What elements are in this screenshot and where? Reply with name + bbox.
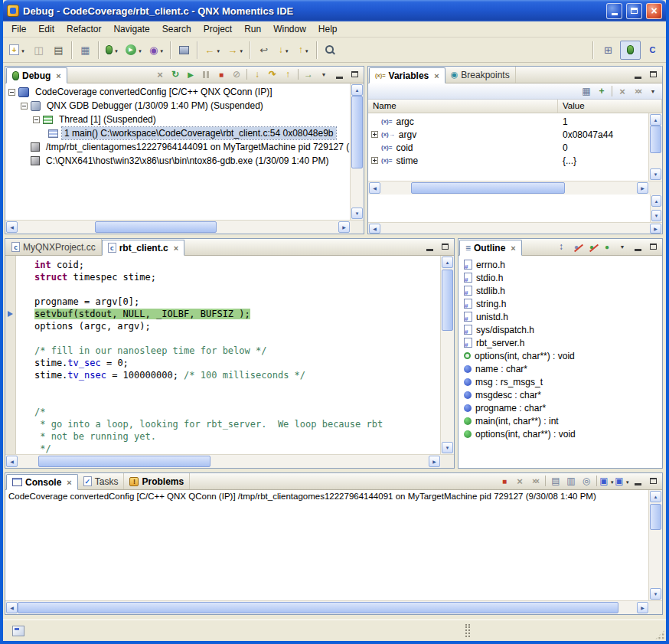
debug-tree-item-launch[interactable]: CodeCoverage convertedConfig [C/C++ QNX … [5, 85, 350, 99]
scroll-right-icon[interactable] [637, 602, 648, 613]
next-annotation-button[interactable] [274, 41, 293, 60]
scrollbar-thumb[interactable] [411, 182, 565, 194]
scroll-lock-button[interactable] [564, 474, 578, 488]
column-name[interactable]: Name [368, 100, 558, 113]
scroll-left-icon[interactable] [6, 221, 18, 233]
maximize-view-button[interactable] [438, 240, 452, 253]
minimize-view-button[interactable] [332, 67, 346, 81]
maximize-view-button[interactable] [646, 67, 660, 81]
code-line[interactable]: stime.tv_sec = 0; [34, 357, 440, 369]
scrollbar-thumb[interactable] [650, 126, 661, 153]
maximize-view-button[interactable] [646, 240, 660, 253]
menu-edit[interactable]: Edit [32, 22, 60, 36]
close-tab-icon[interactable] [432, 70, 439, 81]
debug-horizontal-scrollbar[interactable] [5, 220, 364, 234]
scroll-right-icon[interactable] [429, 456, 440, 467]
scrollbar-thumb[interactable] [38, 456, 211, 467]
outline-item[interactable]: stdio.h [459, 271, 662, 284]
forward-button[interactable] [224, 41, 246, 60]
close-tab-icon[interactable] [54, 70, 60, 81]
expand-toggle[interactable] [371, 157, 378, 164]
scrollbar-thumb[interactable] [18, 602, 618, 613]
annotation-ruler[interactable] [5, 256, 16, 454]
menu-navigate[interactable]: Navigate [107, 22, 155, 36]
menu-search[interactable]: Search [156, 22, 197, 36]
remove-all-button[interactable] [631, 84, 645, 98]
detail-vertical-scrollbar[interactable] [650, 195, 662, 222]
debug-tree-item-gdb-process[interactable]: C:\QNX641\host\win32\x86\usr\bin\ntox86-… [5, 154, 350, 168]
last-edit-location-button[interactable] [254, 41, 273, 60]
code-line[interactable] [34, 394, 440, 406]
expand-toggle[interactable] [371, 131, 378, 138]
resume-button[interactable] [184, 67, 197, 81]
scrollbar-thumb[interactable] [351, 96, 363, 168]
minimize-button[interactable] [606, 3, 622, 19]
close-button[interactable] [646, 3, 662, 19]
remove-selected-button[interactable] [615, 84, 629, 98]
outline-item[interactable]: rbt_server.h [459, 336, 662, 349]
scrollbar-thumb[interactable] [650, 504, 661, 530]
show-type-names-button[interactable] [579, 84, 593, 98]
add-global-variables-button[interactable] [595, 84, 609, 98]
column-value[interactable]: Value [558, 100, 662, 113]
code-line[interactable]: int coid; [34, 259, 440, 271]
code-line-current[interactable]: setvbuf(stdout, NULL, _IOLBF, BUFSIZ ); [34, 308, 440, 320]
variable-row-coid[interactable]: coid 0 [368, 141, 648, 154]
terminate-button[interactable] [498, 474, 511, 488]
remove-terminated-button[interactable] [153, 67, 167, 81]
suspend-button[interactable] [199, 67, 213, 81]
debug-launch-button[interactable] [103, 41, 122, 60]
scroll-right-icon[interactable] [338, 221, 350, 233]
search-button[interactable] [321, 41, 340, 60]
step-into-button[interactable] [250, 67, 264, 81]
print-button[interactable] [49, 41, 68, 60]
tab-console[interactable]: Console [6, 474, 78, 490]
outline-item[interactable]: sys/dispatch.h [459, 323, 662, 336]
scroll-down-icon[interactable] [351, 208, 363, 219]
editor-horizontal-scrollbar[interactable] [5, 454, 454, 468]
relaunch-button[interactable] [168, 67, 182, 81]
scrollbar-thumb[interactable] [95, 221, 217, 233]
build-button[interactable] [76, 41, 95, 60]
hide-fields-button[interactable] [569, 240, 583, 253]
close-tab-icon[interactable] [171, 243, 178, 253]
open-console-button[interactable] [615, 474, 629, 488]
step-over-button[interactable] [266, 67, 279, 81]
menu-run[interactable]: Run [238, 22, 267, 36]
view-menu-button[interactable] [317, 67, 331, 81]
scroll-left-icon[interactable] [6, 602, 18, 613]
link-with-editor-button[interactable] [600, 240, 614, 253]
scrollbar-thumb[interactable] [442, 270, 453, 331]
collapse-toggle[interactable] [21, 103, 28, 110]
outline-item[interactable]: progname : char* [459, 401, 662, 414]
debug-vertical-scrollbar[interactable] [350, 83, 364, 220]
outline-item[interactable]: options(int, char**) : void [459, 349, 662, 362]
outline-item[interactable]: msg : rs_msgs_t [459, 375, 662, 388]
target-navigator-button[interactable] [175, 41, 194, 60]
debug-tree-item-process[interactable]: /tmp/rbt_clientagomes12227964144091 on M… [5, 140, 350, 154]
profile-launch-button[interactable] [146, 41, 167, 60]
scroll-left-icon[interactable] [369, 224, 380, 234]
scroll-up-icon[interactable] [651, 195, 661, 207]
previous-annotation-button[interactable] [294, 41, 313, 60]
menu-project[interactable]: Project [197, 22, 238, 36]
tab-outline[interactable]: Outline [459, 240, 522, 256]
console-vertical-scrollbar[interactable] [648, 490, 662, 600]
clear-console-button[interactable] [549, 474, 563, 488]
run-launch-button[interactable] [122, 41, 145, 60]
editor-tab-rbt-client[interactable]: rbt_client.c [102, 240, 184, 256]
variable-row-argc[interactable]: argc 1 [368, 115, 648, 128]
open-perspective-button[interactable] [598, 41, 618, 60]
hide-static-members-button[interactable] [585, 240, 599, 253]
new-wizard-button[interactable] [6, 41, 28, 60]
sort-button[interactable] [554, 240, 568, 253]
minimize-view-button[interactable] [423, 240, 436, 253]
tab-debug[interactable]: Debug [6, 67, 67, 83]
menu-file[interactable]: File [5, 22, 32, 36]
scroll-up-icon[interactable] [650, 491, 661, 502]
scroll-right-icon[interactable] [650, 224, 661, 234]
scroll-down-icon[interactable] [651, 210, 661, 221]
back-button[interactable] [201, 41, 224, 60]
console-output[interactable]: CodeCoverage convertedConfig [C/C++ QNX … [5, 490, 648, 600]
outline-item[interactable]: stdlib.h [459, 284, 662, 297]
